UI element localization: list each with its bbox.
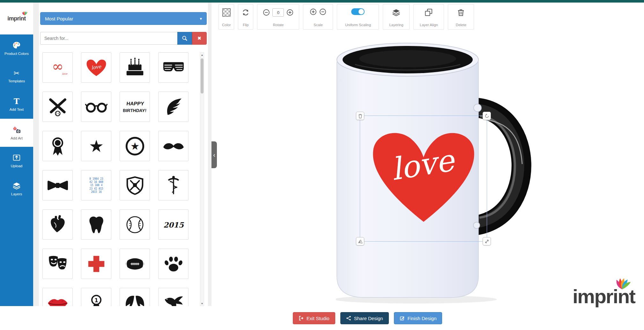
bottom-bar: Exit Studio Share Design Finish Design (0, 306, 644, 330)
layers-icon (12, 182, 21, 190)
share-icon (346, 316, 351, 321)
flip-icon (241, 8, 250, 17)
art-item-paw-print[interactable] (158, 249, 189, 279)
art-item-star-circle[interactable]: ★ (120, 131, 150, 161)
art-item-angel-wings[interactable] (120, 288, 150, 306)
scroll-down-arrow[interactable]: ▼ (200, 301, 204, 306)
svg-text:BIRTHDAY!: BIRTHDAY! (123, 108, 147, 113)
sidebar-item-upload[interactable]: Upload (0, 147, 33, 175)
chevron-left-icon: ‹ (213, 151, 215, 159)
love-heart-design[interactable]: love (368, 120, 479, 229)
art-item-mustache[interactable] (158, 131, 189, 161)
art-item-award-rosette[interactable] (42, 131, 73, 161)
svg-text:∞: ∞ (52, 58, 63, 74)
text-tool-icon: T (14, 98, 19, 105)
art-item-nautical-star[interactable]: ★ (81, 131, 111, 161)
resize-handle[interactable] (483, 237, 491, 245)
finish-design-button[interactable]: Finish Design (394, 312, 442, 324)
art-item-anatomical-heart[interactable] (42, 209, 73, 240)
rotate-value: 0 (277, 10, 279, 15)
clear-search-button[interactable]: ✖ (192, 32, 207, 45)
panel-collapse-tab[interactable]: ‹ (211, 141, 217, 168)
search-input[interactable] (40, 32, 177, 45)
flip-button[interactable]: Flip (238, 4, 253, 30)
brand-swirl-icon (613, 274, 633, 293)
svg-text:42 16 008: 42 16 008 (89, 181, 103, 184)
art-item-caduceus[interactable] (158, 170, 189, 200)
sidebar-item-add-text[interactable]: T Add Text (0, 91, 33, 119)
sidebar-item-label: Add Art (11, 136, 23, 140)
scale-control: Scale (303, 4, 333, 30)
color-button[interactable]: Color (218, 4, 234, 30)
sidebar-item-add-art[interactable]: Add Art (0, 119, 33, 147)
sidebar-item-label: Upload (11, 164, 22, 168)
resize-diagonal-icon (485, 239, 489, 244)
sidebar-item-label: Templates (8, 79, 25, 83)
delete-button[interactable]: Delete (448, 4, 474, 30)
delete-handle[interactable] (356, 112, 364, 120)
layer-align-icon (425, 8, 433, 17)
art-item-love-heart[interactable]: love (81, 52, 111, 83)
art-item-eyeglasses[interactable] (81, 92, 111, 122)
flip-horizontal-icon (358, 239, 363, 244)
scroll-up-arrow[interactable]: ▲ (200, 53, 204, 57)
exit-icon (299, 316, 304, 321)
rotate-handle[interactable] (483, 112, 491, 120)
layer-align-button[interactable]: Layer Align (413, 4, 444, 30)
rotate-control: 0 Rotate (257, 4, 299, 30)
upload-icon (12, 154, 21, 162)
design-studio: { "sidebar": { "brand": "imprint", "item… (0, 0, 644, 330)
sidebar-item-label: Add Text (10, 108, 24, 112)
art-item-baseball[interactable] (120, 209, 150, 240)
button-label: Share Design (354, 316, 383, 321)
rotate-minus-icon[interactable] (263, 9, 270, 16)
flip-handle[interactable] (356, 237, 364, 245)
svg-text:1: 1 (94, 297, 98, 303)
art-item-birthday-cake[interactable] (120, 52, 150, 83)
rotate-icon (485, 114, 489, 118)
button-label: Finish Design (408, 316, 437, 321)
uniform-scaling-toggle[interactable] (351, 8, 365, 15)
art-item-year-2015[interactable]: 2015 (158, 209, 189, 240)
svg-text:8 1984 23: 8 1984 23 (89, 177, 103, 180)
art-item-number-collage[interactable]: 8 1984 2342 16 00815 108 423 42 8152015 … (81, 170, 111, 200)
art-item-lips[interactable] (42, 288, 73, 306)
svg-text:HAPPY: HAPPY (126, 101, 144, 106)
exit-studio-button[interactable]: Exit Studio (293, 312, 335, 324)
design-canvas-area: Color Flip 0 Rotate (211, 3, 644, 306)
search-button[interactable] (177, 32, 192, 45)
art-item-infinity[interactable]: ∞love (42, 52, 73, 83)
rotate-plus-icon[interactable] (286, 9, 293, 16)
art-item-golf-crest[interactable] (120, 170, 150, 200)
art-item-bow-tie[interactable] (42, 170, 73, 200)
art-item-bird-swallow[interactable] (158, 288, 189, 306)
art-grid: ∞loveloveHAPPYBIRTHDAY!★★8 1984 2342 16 … (42, 52, 189, 306)
share-design-button[interactable]: Share Design (340, 312, 389, 324)
sidebar-item-product-colors[interactable]: Product Colors (0, 34, 33, 63)
sidebar-item-templates[interactable]: ✂ Templates (0, 63, 33, 91)
layering-button[interactable]: Layering (383, 4, 410, 30)
art-item-red-cross[interactable] (81, 249, 111, 279)
scale-minus-icon[interactable] (319, 8, 326, 15)
rotate-value-box[interactable]: 0 (272, 8, 284, 17)
scrollbar-thumb[interactable] (201, 58, 204, 94)
art-item-theater-masks[interactable] (42, 249, 73, 279)
art-item-first-place-ribbon[interactable]: 1 (81, 288, 111, 306)
sidebar-item-layers[interactable]: Layers (0, 175, 33, 203)
toolbar-label: Rotate (273, 23, 284, 27)
toolbar-label: Layer Align (420, 23, 438, 27)
art-item-angel-wing[interactable] (158, 92, 189, 122)
art-item-baseball-bats[interactable] (42, 92, 73, 122)
art-item-tooth[interactable] (81, 209, 111, 240)
art-grid-scrollbar[interactable]: ▲ ▼ (200, 52, 204, 306)
art-item-happy-birthday[interactable]: HAPPYBIRTHDAY! (120, 92, 150, 122)
sort-dropdown-value: Most Popular (45, 16, 73, 21)
sort-dropdown[interactable]: Most Popular ▾ (40, 12, 207, 25)
app-logo-text: imprint (7, 15, 26, 22)
scale-plus-icon[interactable] (310, 8, 317, 15)
art-item-football[interactable] (120, 249, 150, 279)
design-selection-frame[interactable]: love (360, 116, 487, 242)
svg-text:23 42 815: 23 42 815 (89, 187, 103, 190)
art-item-shutter-shades[interactable] (158, 52, 189, 83)
search-bar: ✖ (40, 32, 207, 45)
